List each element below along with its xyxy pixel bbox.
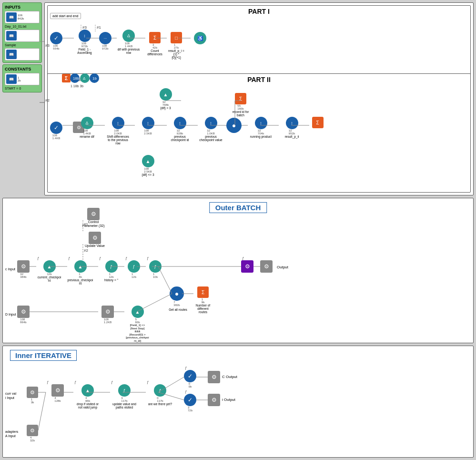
part2-prev-val-node[interactable]: ↕ 321.0KB previouscheckpoint value [198, 117, 224, 142]
iter-c-output-label: C Output [222, 375, 237, 379]
part2-check-node[interactable]: ✓ 1081.4KB [50, 122, 62, 140]
iter-output-label: i Output [222, 398, 235, 402]
left-panel: INPUTS 📖 106842b Day_10_01.txt 📖 Sample … [2, 2, 42, 92]
batch-gear-left[interactable]: ⚙ 32384b [17, 260, 30, 278]
svg-text:ƒ: ƒ [47, 380, 49, 384]
batch-purple-output[interactable]: ⚙ [241, 260, 253, 273]
svg-text:ƒ: ƒ [99, 256, 101, 260]
svg-text:ƒ: ƒ [147, 380, 149, 384]
batch-gear-right[interactable]: ⚙ [260, 260, 273, 273]
part2-big-circle[interactable]: ● [226, 118, 242, 133]
book-icon-4: 📖 [6, 74, 17, 84]
iter-curr-val-gear[interactable]: ⚙ 13b [27, 387, 38, 404]
svg-line-52 [38, 392, 46, 430]
svg-text:ƒ: ƒ [242, 256, 244, 260]
book-icon-3: 📖 [6, 50, 17, 59]
part2-title: PART II [48, 76, 470, 83]
iter-adapters-gear[interactable]: ⚙ 432b [27, 425, 38, 442]
part1-check-node[interactable]: ✓ 106554b [50, 32, 62, 50]
part2-running-node[interactable]: ↕ 32704b running product [248, 117, 274, 138]
day-input-node[interactable]: 📖 106842b [5, 11, 40, 23]
day-label: Day_10_01.txt [5, 25, 40, 28]
inner-iter-title: Inner ITERATIVE [10, 350, 77, 361]
part1-diff-node[interactable]: Δ 1081.4KB dif with previousrow [117, 30, 141, 54]
batch-union-node[interactable]: ● 7382b [170, 286, 184, 307]
add-start-end-button[interactable]: add start and end [50, 13, 81, 19]
update-value-node[interactable]: ⚙ Update Value [78, 232, 111, 248]
start-label: START = 0 [5, 87, 40, 90]
part2-filter-bottom[interactable]: ▲ 1082.5KB {dif} <= 3 [135, 155, 161, 176]
batch-f-node2[interactable]: ƒ 110b [146, 260, 165, 278]
batch-filter-bottom[interactable]: ⚙ 1081.2KB [98, 306, 117, 324]
iter-are-we-there[interactable]: ƒ 0117b are we there yet? [146, 384, 174, 406]
control-param-node[interactable]: ⚙ ControlParameter (32) [77, 208, 110, 228]
iter-output-gear[interactable]: ⚙ [208, 394, 220, 406]
part2-sigma-result[interactable]: Σ [309, 117, 326, 128]
sample-input-node[interactable]: 📖 [5, 30, 40, 42]
batch-get-routes-label: Get all routes [165, 308, 191, 312]
outer-batch-title: Outer BATCH [209, 202, 267, 213]
part2-shift2-node[interactable]: ↕ 1082.5KB [135, 117, 161, 135]
start-const-node[interactable]: 📖 12b [5, 73, 40, 85]
inputs-title: INPUTS [5, 5, 40, 10]
part2-rename-node[interactable]: Δ 1081.4KB rename dif [74, 117, 100, 138]
iter-drop-filter[interactable]: ▲ 496b drop if visited ornot valid jump [73, 384, 102, 409]
svg-text:#3: #3 [82, 25, 87, 30]
inner-iter-section: Inner ITERATIVE curr vali Input ⚙ 13b ⚙ … [2, 346, 474, 458]
iter-drop-gear[interactable]: ⚙ 4128b [46, 384, 70, 402]
batch-are-we-there[interactable]: ƒ 112b [124, 260, 143, 278]
c-input-label: c Input [5, 267, 15, 271]
batch-label-2: #2 [84, 248, 88, 253]
svg-text:ƒ: ƒ [125, 256, 127, 260]
svg-text:ƒ: ƒ [111, 380, 113, 384]
part2-prev-id-node[interactable]: ↕ 32928b previouscheckpoint id [167, 117, 193, 142]
iter-curr-val-label: curr vali Input [5, 391, 16, 400]
svg-text:ƒ: ƒ [147, 256, 149, 260]
svg-text:ƒ: ƒ [74, 380, 76, 384]
start-size: 12b [18, 76, 21, 82]
iter-c-output-gear[interactable]: ⚙ [208, 371, 220, 383]
part1-check-size: 106554b [53, 44, 59, 50]
part2-sigma-record[interactable]: Σ 55160b record id forbatch [229, 93, 253, 117]
part1-dots-node[interactable]: ··· 108972b [99, 32, 111, 50]
iter-update-node[interactable]: ƒ 3117b update value andpaths visited [110, 384, 139, 409]
d-input-label: D Input [5, 313, 16, 316]
svg-text:ƒ: ƒ [68, 256, 70, 260]
svg-text:#1: #1 [97, 25, 101, 30]
batch-filter-cond[interactable]: ▲ 560b [Field_1] <>[Next Stop]&&&[Record… [124, 306, 151, 343]
batch-history-node[interactable]: ƒ 112b history = '' [98, 260, 124, 282]
part1-title: PART I [48, 8, 470, 15]
inputs-box: INPUTS 📖 106842b Day_10_01.txt 📖 Sample … [2, 2, 42, 63]
part2-box: PART II ✓ 1081.4KB ⚙ Δ 1081.4KB rename d… [47, 73, 471, 193]
top-right-area: PART I add start and end ✓ 106554b ↕ 108… [44, 2, 474, 195]
iter-check-top[interactable]: ✓ 00b [184, 370, 196, 388]
part1-sigma-node[interactable]: Σ 342b Countdifferences [145, 32, 164, 56]
book-icon: 📖 [6, 12, 17, 22]
iter-check-mid[interactable]: ✓ 372b [184, 394, 196, 412]
day-size: 106842b [18, 14, 24, 20]
outer-batch-section: Outer BATCH ⚙ ControlParameter (32) ⚙ Up… [2, 198, 474, 343]
svg-text:ƒ: ƒ [185, 366, 187, 370]
constants-box: CONSTANTS 📖 12b START = 0 [2, 64, 42, 92]
sample-label: Sample [5, 43, 40, 47]
book-icon-2: 📖 [6, 31, 17, 41]
batch-output-label: Output [277, 265, 288, 269]
iter-adapters-label: adaptersA Input [5, 429, 18, 438]
batch-sigma-routes[interactable]: Σ 19b Number ofdifferent routes [193, 286, 213, 314]
part2-shift-node[interactable]: ↕ 1082.0KB Shift differencesto the previ… [105, 117, 131, 145]
batch-current-checkpoint[interactable]: ▲ 12b current_checkpoint [36, 260, 62, 282]
constants-title: CONSTANTS [5, 67, 40, 72]
part1-box: PART I add start and end ✓ 106554b ↕ 108… [47, 5, 471, 79]
batch-prev-checkpoint[interactable]: ▲ 14b previous_checkpoint [67, 260, 93, 285]
part1-orange-node[interactable]: □ 127b result_p_i = {1} *{0}{+1} [167, 32, 186, 59]
part1-sort-node[interactable]: ↕ 108972b Field_1 -Ascending [74, 30, 95, 54]
svg-text:ƒ: ƒ [185, 389, 187, 394]
part2-result-node[interactable]: ↕ 32952b result_p_ii [279, 117, 305, 138]
d-input-gear[interactable]: ⚙ 108864b [17, 306, 30, 324]
svg-text:ƒ: ƒ [37, 256, 39, 260]
extra-input-node[interactable]: 📖 [5, 48, 40, 61]
batch-label-1: #1 [84, 222, 88, 226]
part2-filter-top[interactable]: ▲ 32768b {dif} = 3 [152, 88, 179, 110]
part1-access-node[interactable]: ♿ [191, 32, 210, 44]
